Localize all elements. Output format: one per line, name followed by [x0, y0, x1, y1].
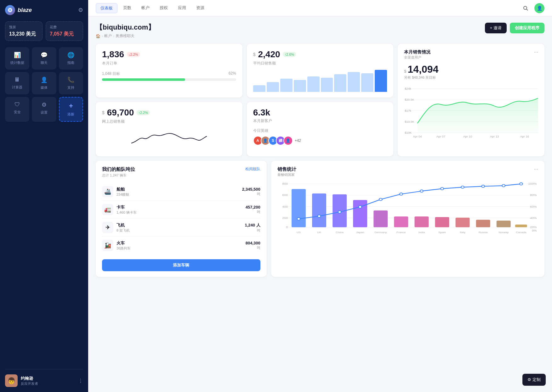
- svg-point-41: [317, 215, 320, 217]
- ship-name: 船舶: [117, 187, 129, 192]
- svg-rect-38: [496, 221, 510, 227]
- train-count: 36路列车: [117, 246, 131, 251]
- sidebar-item-support[interactable]: 📞 支持: [59, 72, 83, 94]
- avg-sales-header: $ 2,420 ↑2.6%: [253, 49, 387, 59]
- mini-bar-5: [321, 78, 333, 92]
- sales-subtitle: 最畅销国家: [277, 172, 296, 177]
- plane-name: 飞机: [117, 222, 130, 228]
- breadcrumb: 🏠 › 帐户 › 奥弗维耶夫: [96, 33, 155, 39]
- tab-accounts[interactable]: 帐户: [137, 3, 154, 13]
- sidebar-item-stats[interactable]: 📊 统计数据: [5, 47, 29, 70]
- budget-label: 预算: [9, 25, 38, 30]
- svg-rect-32: [373, 210, 388, 227]
- svg-point-1: [524, 6, 527, 9]
- mini-bar-2: [280, 79, 293, 92]
- svg-point-45: [400, 193, 402, 195]
- sidebar-item-security-label: 安全: [14, 110, 21, 115]
- heroes-avatars: A 👤 S 磷 👤 +42: [253, 136, 387, 145]
- user-details: 约翰逊 反应开发者: [21, 376, 38, 386]
- create-app-button[interactable]: 创建应用程序: [510, 23, 544, 33]
- mini-bar-4: [307, 76, 320, 92]
- truck-icon: 🚛: [102, 204, 113, 215]
- sidebar-header: blaze ⚙: [5, 5, 83, 15]
- page-header: 【biqubiqu.com】 🏠 › 帐户 › 奥弗维耶夫 + 邀请 创建应用程…: [96, 23, 544, 39]
- sidebar-item-guide[interactable]: 🌐 指南: [59, 47, 83, 70]
- svg-text:Apr 10: Apr 10: [463, 135, 472, 138]
- sales-more-icon[interactable]: ···: [534, 166, 538, 172]
- monthly-more-icon[interactable]: ···: [534, 49, 538, 55]
- svg-text:$20.5K: $20.5K: [405, 98, 414, 101]
- orders-header: 1,836 ↓2.2%: [102, 49, 236, 59]
- svg-text:Canada: Canada: [516, 231, 526, 234]
- addnew-icon: +: [69, 102, 73, 110]
- mini-bar-8: [361, 73, 373, 92]
- fleet-item-ship: 🚢 船舶 234艘舰 2,345,500 吨: [102, 183, 260, 201]
- search-button[interactable]: [521, 3, 531, 13]
- fleet-title: 我们的船队吨位: [102, 166, 135, 172]
- nav-tabs: 仪表板 页数 帐户 授权 应用 资源: [96, 3, 209, 13]
- top-user-avatar[interactable]: 👤: [534, 3, 544, 13]
- sidebar-item-calc[interactable]: 🖩 计算器: [5, 72, 29, 94]
- svg-text:200: 200: [282, 216, 288, 220]
- svg-text:20%: 20%: [530, 226, 537, 229]
- truck-count: 1,460 辆卡车: [117, 210, 137, 215]
- sidebar-item-settings-label: 设置: [41, 110, 48, 115]
- tab-resources[interactable]: 资源: [192, 3, 209, 13]
- sales-stats-header: 销售统计 最畅销国家 ···: [277, 166, 538, 177]
- monthly-currency: $: [404, 69, 406, 74]
- truck-value: 457,200: [246, 205, 260, 210]
- svg-text:0: 0: [286, 226, 288, 229]
- monthly-line-chart: $24k $20.5K $17k $13.5K $10K: [404, 82, 538, 139]
- fleet-link[interactable]: 检阅舰队: [245, 166, 260, 172]
- expense-label: 花费: [50, 25, 79, 30]
- avg-sales-chart: [253, 70, 387, 92]
- sidebar-item-settings[interactable]: ⚙ 设置: [32, 97, 56, 122]
- add-vehicle-button[interactable]: 添加车辆: [102, 259, 260, 271]
- sidebar-item-addnew[interactable]: + 添新: [59, 97, 83, 122]
- svg-point-44: [379, 198, 382, 201]
- avg-sales-value: 2,420: [258, 49, 280, 59]
- breadcrumb-home: 🏠: [96, 34, 100, 38]
- new-customers-card: 6.3k 本月新客户 今日英雄 A 👤 S 磷 👤 +42: [247, 102, 394, 156]
- sidebar-item-chat[interactable]: 💬 聊天: [32, 47, 56, 70]
- svg-rect-36: [455, 218, 469, 227]
- svg-point-51: [520, 183, 522, 185]
- fleet-card: 我们的船队吨位 总计 1,247 辆车 检阅舰队 🚢 船舶 234艘舰: [96, 161, 267, 277]
- sidebar-item-chat-label: 聊天: [41, 60, 48, 65]
- menu-icon[interactable]: ⚙: [78, 7, 83, 14]
- content-area: 【biqubiqu.com】 🏠 › 帐户 › 奥弗维耶夫 + 邀请 创建应用程…: [88, 16, 552, 392]
- user-more-icon[interactable]: ⋮: [78, 378, 83, 384]
- svg-rect-31: [353, 200, 367, 227]
- mini-bar-0: [253, 85, 265, 92]
- mini-bar-1: [267, 82, 279, 92]
- svg-text:80%: 80%: [530, 193, 537, 197]
- ship-value: 2,345,500: [242, 187, 260, 192]
- sidebar-item-media[interactable]: 👤 媒体: [32, 72, 56, 94]
- invite-button[interactable]: + 邀请: [485, 23, 507, 33]
- svg-rect-35: [435, 217, 449, 227]
- svg-text:$13.5K: $13.5K: [405, 120, 414, 123]
- monthly-value-area: $ 14,094 另有 $48,346 至目标: [404, 64, 538, 80]
- tab-dashboard[interactable]: 仪表板: [96, 3, 117, 13]
- sidebar-item-security[interactable]: 🛡 安全: [5, 97, 29, 122]
- svg-text:Japan: Japan: [356, 231, 364, 234]
- sales-chart-container: 800 600 400 200 0: [277, 181, 538, 250]
- support-icon: 📞: [67, 76, 74, 83]
- svg-point-50: [502, 184, 505, 187]
- fleet-item-plane-left: ✈ 飞机 8 架飞机: [102, 222, 130, 233]
- svg-rect-29: [312, 193, 326, 227]
- orders-value: 1,836: [102, 49, 124, 59]
- sales-stats-card: 销售统计 最畅销国家 ··· 800: [271, 161, 544, 277]
- svg-rect-37: [476, 220, 490, 227]
- fleet-item-plane: ✈ 飞机 8 架飞机 1,240 人 吨: [102, 219, 260, 237]
- progress-bar-fill: [102, 78, 185, 81]
- tab-pages[interactable]: 页数: [119, 3, 136, 13]
- hero-avatar-5: 👤: [283, 136, 293, 145]
- calc-icon: 🖩: [14, 76, 20, 83]
- mini-bar-3: [294, 80, 306, 92]
- tab-apps[interactable]: 应用: [174, 3, 191, 13]
- tab-auth[interactable]: 授权: [155, 3, 172, 13]
- plane-info: 飞机 8 架飞机: [117, 222, 130, 233]
- customize-button[interactable]: ⚙ 定制: [522, 374, 546, 386]
- budget-card: 预算 13,230 美元: [5, 21, 43, 41]
